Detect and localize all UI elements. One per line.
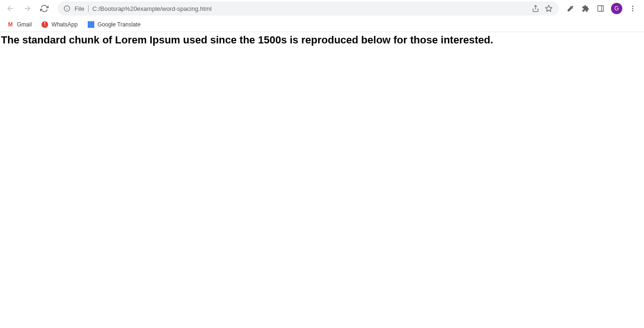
bookmarks-bar: M Gmail WhatsApp Google Translate (0, 17, 644, 32)
profile-avatar[interactable]: G (611, 3, 622, 14)
svg-rect-5 (598, 6, 603, 11)
whatsapp-icon (41, 21, 49, 28)
url-text: C:/Bootsrap%20example/word-spacing.html (92, 5, 527, 12)
page-heading: The standard chunk of Lorem Ipsum used s… (0, 32, 644, 47)
svg-point-7 (632, 6, 634, 7)
profile-letter: G (614, 5, 619, 12)
svg-point-9 (632, 10, 634, 11)
svg-marker-4 (545, 5, 552, 11)
reload-button[interactable] (38, 2, 51, 15)
panel-icon[interactable] (596, 4, 605, 13)
bookmark-whatsapp[interactable]: WhatsApp (41, 21, 77, 28)
gmail-icon: M (7, 21, 14, 28)
browser-toolbar: File C:/Bootsrap%20example/word-spacing.… (0, 0, 644, 17)
address-bar[interactable]: File C:/Bootsrap%20example/word-spacing.… (58, 1, 559, 16)
address-divider (88, 5, 89, 12)
share-icon[interactable] (531, 4, 540, 13)
page-content: The standard chunk of Lorem Ipsum used s… (0, 32, 644, 47)
forward-button[interactable] (21, 2, 34, 15)
file-label: File (74, 5, 84, 12)
bookmark-gmail[interactable]: M Gmail (7, 21, 32, 28)
bookmark-label: WhatsApp (51, 21, 77, 28)
back-button[interactable] (4, 2, 17, 15)
info-icon[interactable] (63, 5, 71, 12)
menu-icon[interactable] (628, 4, 637, 13)
bookmark-label: Gmail (17, 21, 32, 28)
bookmark-star-icon[interactable] (544, 4, 553, 13)
eyedropper-icon[interactable] (566, 4, 575, 13)
bookmark-translate[interactable]: Google Translate (87, 21, 140, 28)
extensions-icon[interactable] (581, 4, 590, 13)
svg-point-8 (632, 8, 634, 9)
bookmark-label: Google Translate (98, 21, 140, 28)
toolbar-right: G (566, 3, 640, 14)
translate-icon (87, 21, 95, 28)
